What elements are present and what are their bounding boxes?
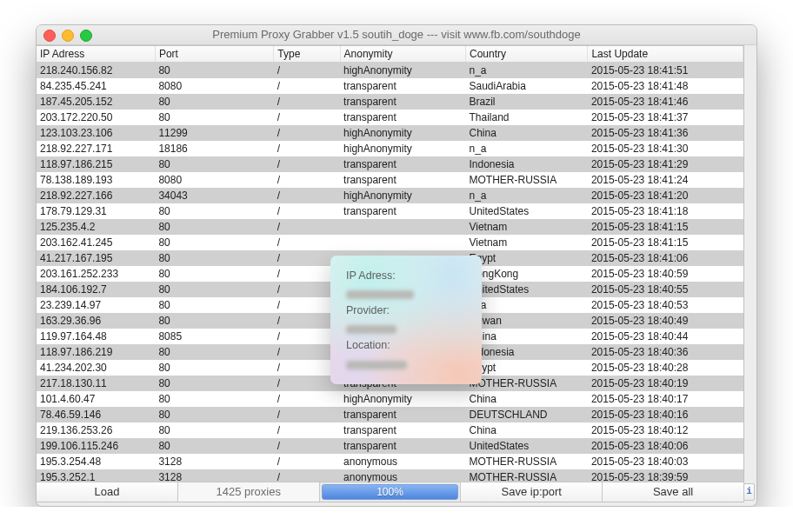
cell-ctry: n_a bbox=[465, 188, 587, 203]
save-ipport-button[interactable]: Save ip:port bbox=[461, 482, 603, 502]
cell-anon: transparent bbox=[340, 422, 465, 438]
tooltip-location-label: Location: bbox=[346, 339, 390, 351]
proxy-info-tooltip: IP Adress: Provider: Location: bbox=[330, 256, 482, 384]
cell-type: / bbox=[274, 141, 340, 156]
cell-type: / bbox=[274, 110, 340, 125]
table-row[interactable]: 219.136.253.2680/transparentChina2015-05… bbox=[37, 422, 743, 438]
minimize-icon[interactable] bbox=[62, 30, 74, 42]
cell-ip: 125.235.4.2 bbox=[37, 219, 155, 235]
cell-port: 80 bbox=[155, 203, 273, 219]
cell-upd: 2015-05-23 18:40:59 bbox=[588, 266, 743, 282]
cell-port: 80 bbox=[155, 344, 273, 360]
cell-upd: 2015-05-23 18:40:44 bbox=[588, 329, 743, 344]
cell-ctry: Indonesia bbox=[465, 344, 587, 360]
cell-upd: 2015-05-23 18:40:06 bbox=[588, 438, 743, 454]
titlebar[interactable]: Premium Proxy Grabber v1.5 soutih_doge -… bbox=[37, 25, 756, 45]
proxy-count-label: 1425 proxies bbox=[178, 482, 320, 502]
cell-ip: 195.3.254.48 bbox=[37, 454, 155, 469]
cell-type: / bbox=[274, 156, 340, 172]
table-row[interactable]: 118.97.186.21580/transparentIndonesia201… bbox=[37, 156, 743, 172]
col-header-country[interactable]: Country bbox=[465, 46, 587, 63]
cell-anon: highAnonymity bbox=[340, 188, 465, 203]
info-button[interactable]: i bbox=[743, 483, 755, 501]
col-header-port[interactable]: Port bbox=[155, 46, 273, 63]
cell-upd: 2015-05-23 18:41:30 bbox=[588, 141, 743, 156]
table-row[interactable]: 78.46.59.14680/transparentDEUTSCHLAND201… bbox=[37, 407, 743, 422]
tooltip-provider-value-blurred bbox=[346, 325, 396, 334]
load-button[interactable]: Load bbox=[37, 482, 178, 502]
col-header-type[interactable]: Type bbox=[274, 46, 340, 63]
cell-port: 80 bbox=[155, 422, 273, 438]
cell-ctry: Indonesia bbox=[465, 156, 587, 172]
table-row[interactable]: 218.240.156.8280/highAnonymityn_a2015-05… bbox=[37, 63, 743, 79]
col-header-anon[interactable]: Anonymity bbox=[340, 46, 465, 63]
cell-port: 18186 bbox=[155, 141, 273, 156]
cell-ip: 219.136.253.26 bbox=[37, 422, 155, 438]
cell-port: 80 bbox=[155, 110, 273, 125]
cell-port: 80 bbox=[155, 297, 273, 313]
cell-type: / bbox=[274, 172, 340, 188]
table-row[interactable]: 218.92.227.17118186/highAnonymityn_a2015… bbox=[37, 141, 743, 156]
cell-upd: 2015-05-23 18:41:29 bbox=[588, 156, 743, 172]
save-all-button[interactable]: Save all bbox=[603, 482, 743, 502]
table-row[interactable]: 199.106.115.24680/transparentUnitedState… bbox=[37, 438, 743, 454]
cell-ip: 203.172.220.50 bbox=[37, 110, 155, 125]
cell-ctry: UnitedStates bbox=[465, 438, 587, 454]
cell-upd: 2015-05-23 18:40:03 bbox=[588, 454, 743, 469]
cell-port: 8080 bbox=[155, 78, 273, 94]
cell-type: / bbox=[274, 203, 340, 219]
cell-type: / bbox=[274, 454, 340, 469]
cell-ctry: n_a bbox=[465, 297, 587, 313]
cell-port: 3128 bbox=[155, 454, 273, 469]
cell-ip: 118.97.186.219 bbox=[37, 344, 155, 360]
cell-ctry: China bbox=[465, 329, 587, 344]
cell-ctry: SaudiArabia bbox=[465, 78, 587, 94]
table-row[interactable]: 203.172.220.5080/transparentThailand2015… bbox=[37, 110, 743, 125]
cell-ip: 184.106.192.7 bbox=[37, 282, 155, 297]
close-icon[interactable] bbox=[43, 30, 56, 42]
cell-port: 80 bbox=[155, 94, 273, 110]
cell-port: 80 bbox=[155, 235, 273, 250]
cell-type: / bbox=[274, 125, 340, 141]
cell-ctry: China bbox=[465, 422, 587, 438]
cell-upd: 2015-05-23 18:40:55 bbox=[588, 282, 743, 297]
cell-type: / bbox=[274, 94, 340, 110]
table-row[interactable]: 125.235.4.280/Vietnam2015-05-23 18:41:15 bbox=[37, 219, 743, 235]
cell-anon: transparent bbox=[340, 156, 465, 172]
cell-ip: 118.97.186.215 bbox=[37, 156, 155, 172]
cell-type: / bbox=[274, 438, 340, 454]
cell-anon: transparent bbox=[340, 172, 465, 188]
cell-ip: 199.106.115.246 bbox=[37, 438, 155, 454]
col-header-updated[interactable]: Last Update bbox=[588, 46, 743, 63]
cell-anon: transparent bbox=[340, 94, 465, 110]
cell-upd: 2015-05-23 18:41:15 bbox=[588, 235, 743, 250]
table-row[interactable]: 84.235.45.2418080/transparentSaudiArabia… bbox=[37, 78, 743, 94]
cell-type: / bbox=[274, 188, 340, 203]
table-row[interactable]: 101.4.60.4780/highAnonymityChina2015-05-… bbox=[37, 391, 743, 407]
cell-ip: 84.235.45.241 bbox=[37, 78, 155, 94]
cell-ip: 218.92.227.171 bbox=[37, 141, 155, 156]
cell-ctry: HongKong bbox=[465, 266, 587, 282]
cell-port: 80 bbox=[155, 282, 273, 297]
cell-ctry: DEUTSCHLAND bbox=[465, 407, 587, 422]
zoom-icon[interactable] bbox=[80, 30, 92, 42]
col-header-ip[interactable]: IP Adress bbox=[37, 46, 155, 63]
cell-ctry: n_a bbox=[465, 141, 587, 156]
table-row[interactable]: 203.162.41.24580/Vietnam2015-05-23 18:41… bbox=[37, 235, 743, 250]
table-row[interactable]: 195.3.254.483128/anonymousMOTHER-RUSSIA2… bbox=[37, 454, 743, 469]
cell-type: / bbox=[274, 235, 340, 250]
table-row[interactable]: 187.45.205.15280/transparentBrazil2015-0… bbox=[37, 94, 743, 110]
cell-anon: transparent bbox=[340, 438, 465, 454]
table-row[interactable]: 178.79.129.3180/transparentUnitedStates2… bbox=[37, 203, 743, 219]
cell-ctry: MOTHER-RUSSIA bbox=[465, 172, 587, 188]
table-row[interactable]: 218.92.227.16634043/highAnonymityn_a2015… bbox=[37, 188, 743, 203]
cell-type: / bbox=[274, 391, 340, 407]
table-row[interactable]: 78.138.189.1938080/transparentMOTHER-RUS… bbox=[37, 172, 743, 188]
table-row[interactable]: 123.103.23.10611299/highAnonymityChina20… bbox=[37, 125, 743, 141]
cell-upd: 2015-05-23 18:41:06 bbox=[588, 250, 743, 266]
cell-upd: 2015-05-23 18:40:36 bbox=[588, 344, 743, 360]
cell-ip: 203.162.41.245 bbox=[37, 235, 155, 250]
cell-port: 8085 bbox=[155, 329, 273, 344]
progress-bar: 100% bbox=[320, 482, 462, 502]
cell-upd: 2015-05-23 18:41:37 bbox=[588, 110, 743, 125]
